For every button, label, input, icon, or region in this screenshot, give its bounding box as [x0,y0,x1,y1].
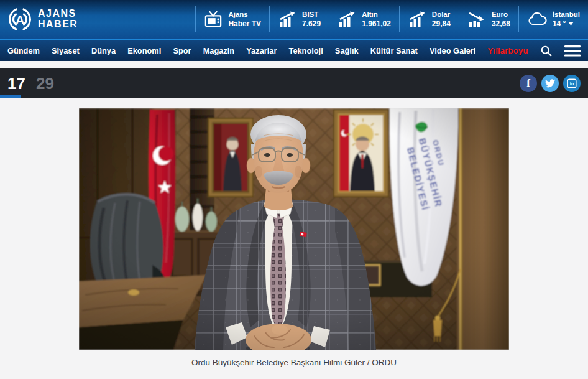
nav-item-dunya[interactable]: Dünya [91,46,116,55]
nav-item-kultur-sanat[interactable]: Kültür Sanat [370,46,418,55]
share-linkedin-button[interactable]: in [563,75,581,92]
article-photo: ORDU BÜYÜKŞEHİR BELEDİYESİ [79,108,509,350]
share-facebook-button[interactable]: f [520,75,537,92]
ticker-label: BIST [302,10,321,19]
nav-item-teknoloji[interactable]: Teknoloji [289,46,323,55]
linkedin-icon: in [567,78,577,88]
weather-temperature: 14 ° [553,19,566,29]
pager-progress [0,95,21,98]
ticker-value: 32,68 [492,19,510,29]
cloud-icon [527,11,547,27]
logo-word-2: HABER [38,19,78,30]
chart-up-icon [278,11,296,27]
nav-item-saglik[interactable]: Sağlık [335,46,359,55]
top-header: A AJANS HABER Ajans Haber TV [0,0,588,39]
search-icon [540,45,553,57]
nav-item-spor[interactable]: Spor [173,46,191,55]
ticker-ajans-haber-tv[interactable]: Ajans Haber TV [195,6,269,32]
share-buttons: f in [520,75,581,92]
search-button[interactable] [540,45,553,57]
nav-item-video-galeri[interactable]: Video Galeri [430,46,475,55]
main-nav: Gündem Siyaset Dünya Ekonomi Spor Magazi… [0,39,588,61]
chart-up-icon [338,11,356,27]
twitter-icon [545,79,555,88]
pager-current[interactable]: 17 [7,75,25,91]
nav-item-siyaset[interactable]: Siyaset [52,46,80,55]
ticker-strip: Ajans Haber TV BIST 7.629 [195,0,588,39]
svg-text:in: in [570,81,574,87]
menu-button[interactable] [564,45,581,57]
ticker-value: Haber TV [228,19,261,29]
nav-item-ekonomi[interactable]: Ekonomi [127,46,161,55]
ticker-label: Altın [362,10,391,19]
ticker-label: Dolar [432,10,451,19]
tv-icon [204,11,223,28]
gallery-pager-bar: 17 29 f in [0,68,588,98]
facebook-icon: f [526,77,530,90]
ticker-value: 1.961,02 [362,19,391,29]
photo-caption: Ordu Büyükşehir Belediye Başkanı Hilmi G… [0,358,588,367]
ticker-label: Euro [492,10,510,19]
nav-item-gundem[interactable]: Gündem [7,46,40,55]
weather-city: İstanbul [553,10,580,19]
ticker-label: Ajans [228,10,261,19]
nav-item-yazarlar[interactable]: Yazarlar [246,46,277,55]
site-logo[interactable]: A AJANS HABER [0,7,78,32]
svg-text:A: A [16,13,24,26]
chevron-down-icon[interactable] [568,22,574,26]
page: A AJANS HABER Ajans Haber TV [0,0,588,379]
logo-word-1: AJANS [38,9,78,19]
nav-item-magazin[interactable]: Magazin [203,46,234,55]
pager-total[interactable]: 29 [36,75,54,91]
logo-globe-a-icon: A [7,7,32,32]
hamburger-icon [564,45,581,57]
ticker-dolar[interactable]: Dolar 29,84 [399,6,459,32]
ticker-altin[interactable]: Altın 1.961,02 [329,6,399,32]
share-twitter-button[interactable] [541,75,559,92]
ticker-bist[interactable]: BIST 7.629 [269,6,329,32]
ticker-value: 29,84 [432,19,451,29]
nav-item-yillarboyu[interactable]: Yıllarboyu [487,46,528,55]
chart-up-icon [408,11,426,27]
mayor-office-photo: ORDU BÜYÜKŞEHİR BELEDİYESİ [79,108,509,350]
weather-widget[interactable]: İstanbul 14 ° [518,6,588,32]
ticker-euro[interactable]: Euro 32,68 [459,6,518,32]
chart-down-icon [467,11,486,27]
ticker-value: 7.629 [302,19,321,29]
